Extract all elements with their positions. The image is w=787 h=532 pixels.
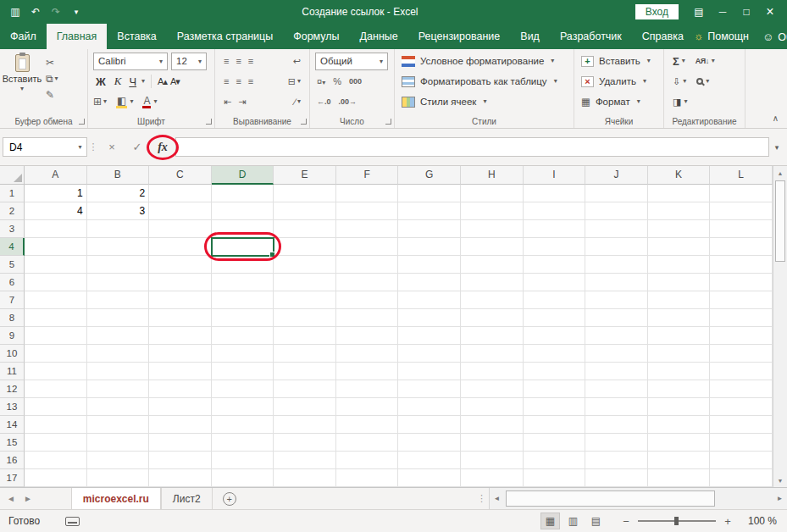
cell-C14[interactable] [149, 416, 212, 434]
fx-button[interactable]: fx [150, 137, 175, 158]
zoom-slider[interactable] [638, 520, 716, 522]
share-button[interactable]: ☺Общий доступ [762, 30, 787, 43]
cell-D14[interactable] [212, 416, 274, 434]
formula-input[interactable] [175, 137, 769, 157]
cell-L10[interactable] [710, 345, 773, 363]
cell-K4[interactable] [648, 238, 711, 256]
cell-I5[interactable] [524, 256, 586, 274]
italic-button[interactable]: К [112, 75, 125, 88]
cell-A6[interactable] [25, 274, 87, 291]
cell-D1[interactable] [212, 185, 274, 202]
cell-L12[interactable] [710, 380, 773, 398]
cell-L15[interactable] [710, 434, 773, 452]
cell-A15[interactable] [25, 434, 87, 452]
scroll-left-icon[interactable]: ◄ [490, 495, 504, 502]
cell-J3[interactable] [585, 220, 648, 238]
cell-D15[interactable] [212, 434, 274, 452]
tab-developer[interactable]: Разработчик [550, 24, 632, 49]
cell-D17[interactable] [212, 469, 274, 487]
align-middle-icon[interactable]: ≡ [236, 56, 241, 66]
currency-format-button[interactable]: ¤▾ [317, 76, 325, 86]
cell-K14[interactable] [648, 416, 711, 434]
cell-I12[interactable] [524, 380, 586, 398]
cell-H12[interactable] [461, 380, 524, 398]
row-header-6[interactable]: 6 [0, 274, 25, 291]
cell-A16[interactable] [25, 452, 87, 469]
cell-L3[interactable] [710, 220, 773, 238]
dialog-launcher-icon[interactable] [385, 119, 391, 125]
cell-K3[interactable] [648, 220, 711, 238]
assistant-button[interactable]: ☼Помощн [694, 30, 749, 42]
cell-A1[interactable]: 1 [25, 185, 87, 202]
cell-F3[interactable] [336, 220, 399, 238]
cell-I3[interactable] [524, 220, 586, 238]
cell-I13[interactable] [524, 398, 586, 416]
cell-F14[interactable] [336, 416, 399, 434]
cell-C7[interactable] [149, 291, 212, 309]
column-header-D[interactable]: D [212, 166, 274, 185]
cell-I17[interactable] [524, 469, 586, 487]
align-center-icon[interactable]: ≡ [236, 76, 241, 86]
cell-L1[interactable] [710, 185, 773, 202]
cell-H10[interactable] [461, 345, 524, 363]
format-cells-button[interactable]: ▦ Формат ▾ [576, 91, 662, 112]
cell-L6[interactable] [710, 274, 773, 291]
cell-H14[interactable] [461, 416, 524, 434]
cell-J4[interactable] [585, 238, 648, 256]
cell-J7[interactable] [585, 291, 648, 309]
sheet-tab-лист2[interactable]: Лист2 [161, 488, 213, 509]
wrap-text-button[interactable]: ↩ [293, 56, 301, 67]
cell-G3[interactable] [398, 220, 461, 238]
sheet-tab-microexcel.ru[interactable]: microexcel.ru [71, 488, 161, 509]
cell-B9[interactable] [87, 327, 150, 345]
cell-I4[interactable] [524, 238, 586, 256]
cell-J13[interactable] [585, 398, 648, 416]
redo-icon[interactable]: ↷ [47, 3, 64, 21]
cell-I6[interactable] [524, 274, 586, 291]
cell-G2[interactable] [398, 202, 461, 220]
column-header-F[interactable]: F [336, 166, 399, 185]
cell-C3[interactable] [149, 220, 212, 238]
cell-E5[interactable] [274, 256, 336, 274]
cell-E17[interactable] [274, 469, 336, 487]
align-right-icon[interactable]: ≡ [248, 76, 253, 86]
row-header-13[interactable]: 13 [0, 398, 25, 416]
cell-C8[interactable] [149, 309, 212, 327]
tab-review[interactable]: Рецензирование [408, 24, 511, 49]
cell-D12[interactable] [212, 380, 274, 398]
cell-B5[interactable] [87, 256, 150, 274]
cell-F1[interactable] [336, 185, 399, 202]
cell-L7[interactable] [710, 291, 773, 309]
column-header-K[interactable]: K [648, 166, 711, 185]
row-header-10[interactable]: 10 [0, 345, 25, 363]
cell-E6[interactable] [274, 274, 336, 291]
cell-G6[interactable] [398, 274, 461, 291]
cell-C1[interactable] [149, 185, 212, 202]
format-painter-button[interactable]: ✎ [46, 89, 58, 101]
formula-bar-expand-icon[interactable]: ▾ [769, 143, 784, 152]
row-header-5[interactable]: 5 [0, 256, 25, 274]
cell-J10[interactable] [585, 345, 648, 363]
cell-L11[interactable] [710, 363, 773, 380]
cell-I2[interactable] [524, 202, 586, 220]
column-header-B[interactable]: B [87, 166, 150, 185]
save-icon[interactable]: ▥ [7, 3, 24, 21]
cell-D8[interactable] [212, 309, 274, 327]
row-header-3[interactable]: 3 [0, 220, 25, 238]
cell-D9[interactable] [212, 327, 274, 345]
cell-E2[interactable] [274, 202, 336, 220]
cell-I7[interactable] [524, 291, 586, 309]
close-button[interactable]: × [758, 2, 782, 22]
cell-A11[interactable] [25, 363, 87, 380]
align-top-icon[interactable]: ≡ [224, 56, 229, 66]
dialog-launcher-icon[interactable] [206, 119, 212, 125]
cell-C12[interactable] [149, 380, 212, 398]
cell-A2[interactable]: 4 [25, 202, 87, 220]
cell-J14[interactable] [585, 416, 648, 434]
cell-D13[interactable] [212, 398, 274, 416]
cell-G17[interactable] [398, 469, 461, 487]
align-left-icon[interactable]: ≡ [224, 76, 229, 86]
sheet-nav-right-icon[interactable]: ► [24, 494, 32, 503]
cell-I14[interactable] [524, 416, 586, 434]
cell-G7[interactable] [398, 291, 461, 309]
